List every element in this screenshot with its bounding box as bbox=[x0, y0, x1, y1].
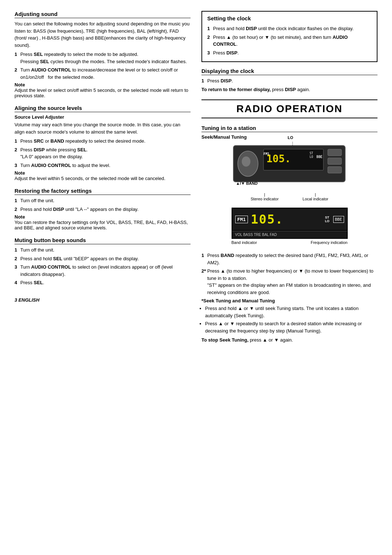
clock-step-1: 1 Press and hold DISP until the clock in… bbox=[207, 25, 372, 32]
setting-clock-box: Setting the clock 1 Press and hold DISP … bbox=[201, 11, 377, 62]
disp-clock-note: To return to the former display, press D… bbox=[201, 86, 377, 93]
tune-step-1: 1 Press BAND repeatedly to select the de… bbox=[201, 252, 377, 266]
restoring-title: Restoring the factory settings bbox=[15, 188, 191, 195]
tune-step-2: 2* Press ▲ (to move to higher frequencie… bbox=[201, 268, 377, 296]
clock-step-2: 2 Press ▲ (to set hour) or ▼ (to set min… bbox=[207, 34, 372, 48]
left-column: Adjusting sound You can select the follo… bbox=[15, 11, 191, 350]
mute-step-2: 2 Press and hold SEL until "bEEP" appear… bbox=[15, 255, 191, 262]
adj-step-2: 2 Turn AUDIO CONTROL to increase/decreas… bbox=[15, 66, 191, 81]
seek-tuning-title: *Seek Tuning and Manual Tuning bbox=[201, 298, 377, 303]
seek-bullet-1: Press and hold ▲ or ▼ until seek Tuning … bbox=[205, 305, 377, 319]
device-svg: 105. FM1 ST LO BBE bbox=[232, 142, 348, 189]
freq-indication-label: Frequency indication bbox=[311, 240, 348, 245]
displaying-clock-section: Displaying the clock 1 Press DISP. To re… bbox=[201, 68, 377, 93]
align-note: Note Adjust the level within 5 seconds, … bbox=[15, 170, 191, 181]
radio-operation-title: RADIO OPERATION bbox=[201, 99, 377, 118]
align-step-3: 3 Turn AUDIO CONTROL to adjust the level… bbox=[15, 162, 191, 169]
clock-step-3: 3 Press DISP. bbox=[207, 49, 372, 57]
seek-tuning-note: *Seek Tuning and Manual Tuning Press and… bbox=[201, 298, 377, 344]
svg-rect-11 bbox=[328, 167, 342, 173]
restoring-section: Restoring the factory settings 1 Turn of… bbox=[15, 188, 191, 230]
stop-seek-label: To stop Seek Tuning, press ▲ or ▼ again. bbox=[201, 336, 377, 344]
svg-rect-10 bbox=[328, 158, 342, 164]
st-label: ST bbox=[325, 216, 330, 219]
aligning-title: Aligning the source levels bbox=[15, 105, 191, 112]
page-number: 3 bbox=[15, 297, 17, 303]
aligning-intro: Volume may vary each time you change the… bbox=[15, 121, 191, 135]
device-diagram: LO 105. FM1 ST LO BBE bbox=[232, 142, 348, 245]
adjusting-sound-title: Adjusting sound bbox=[15, 11, 191, 18]
adjusting-sound-intro: You can select the following modes for a… bbox=[15, 20, 191, 49]
source-level-subtitle: Source Level Adjuster bbox=[15, 114, 191, 120]
display-box: FM1 105. ST LO BBE bbox=[232, 208, 348, 231]
diagram-labels: | Stereo indicator | Local indicator bbox=[232, 192, 348, 201]
svg-point-8 bbox=[242, 156, 250, 167]
language-label: ENGLISH bbox=[19, 297, 40, 303]
band-indicator-label: Band indicator bbox=[232, 240, 257, 245]
svg-text:105.: 105. bbox=[266, 153, 291, 165]
setting-clock-title: Setting the clock bbox=[207, 15, 372, 22]
page-layout: Adjusting sound You can select the follo… bbox=[15, 11, 377, 350]
displaying-clock-title: Displaying the clock bbox=[201, 68, 377, 75]
svg-text:ST: ST bbox=[310, 152, 313, 155]
restore-note: Note You can restore the factory setting… bbox=[15, 214, 191, 230]
tuning-section: Tuning in to a station Seek/Manual Tunin… bbox=[201, 125, 377, 344]
stereo-indicator-label: | Stereo indicator bbox=[251, 192, 279, 201]
svg-rect-9 bbox=[328, 149, 342, 156]
adj-note: Note Adjust the level or select on/off w… bbox=[15, 82, 191, 98]
svg-text:▲/▼  BAND: ▲/▼ BAND bbox=[236, 181, 258, 185]
display-bottom-labels: VOL BASS TRE BAL FAD bbox=[232, 231, 348, 239]
seek-bullet-2: Press ▲ or ▼ repeatedly to search for a … bbox=[205, 320, 377, 334]
adj-step-1: 1 Press SEL repeatedly to select the mod… bbox=[15, 51, 191, 65]
aligning-section: Aligning the source levels Source Level … bbox=[15, 105, 191, 181]
freq-display: 105. bbox=[251, 212, 323, 227]
vol-bass-labels: VOL BASS TRE BAL FAD bbox=[235, 233, 277, 237]
lo-label-sm: LO bbox=[325, 219, 330, 223]
page-footer: 3 ENGLISH bbox=[15, 297, 191, 303]
seek-bullets-list: Press and hold ▲ or ▼ until seek Tuning … bbox=[205, 305, 377, 334]
align-step-1: 1 Press SRC or BAND repeatedly to select… bbox=[15, 138, 191, 145]
svg-text:BBE: BBE bbox=[317, 155, 322, 159]
fm1-badge: FM1 bbox=[235, 216, 248, 223]
muting-section: Muting button beep sounds 1 Turn off the… bbox=[15, 237, 191, 286]
right-column: Setting the clock 1 Press and hold DISP … bbox=[201, 11, 377, 350]
align-step-2: 2 Press DISP while pressing SEL."LA 0" a… bbox=[15, 146, 191, 160]
st-lo-box: ST LO bbox=[325, 216, 330, 223]
display-indicator-labels: Band indicator Frequency indication bbox=[232, 240, 348, 245]
display-closeup: FM1 105. ST LO BBE VOL BASS TRE BAL FAD … bbox=[232, 208, 348, 245]
adjusting-sound-section: Adjusting sound You can select the follo… bbox=[15, 11, 191, 98]
restore-step-1: 1 Turn off the unit. bbox=[15, 197, 191, 204]
svg-text:LO: LO bbox=[310, 155, 313, 159]
mute-step-4: 4 Press SEL. bbox=[15, 279, 191, 286]
disp-clock-step-1: 1 Press DISP. bbox=[201, 77, 377, 85]
restore-step-2: 2 Press and hold DISP until "LA --" appe… bbox=[15, 206, 191, 213]
bbe-badge: BBE bbox=[333, 216, 344, 223]
muting-title: Muting button beep sounds bbox=[15, 237, 191, 244]
mute-step-1: 1 Turn off the unit. bbox=[15, 246, 191, 254]
mute-step-3: 3 Turn AUDIO CONTROL to select on (level… bbox=[15, 264, 191, 278]
svg-text:FM1: FM1 bbox=[264, 152, 269, 156]
local-indicator-label: | Local indicator bbox=[303, 192, 328, 201]
lo-label: LO bbox=[288, 135, 293, 140]
tuning-title: Tuning in to a station bbox=[201, 125, 377, 132]
